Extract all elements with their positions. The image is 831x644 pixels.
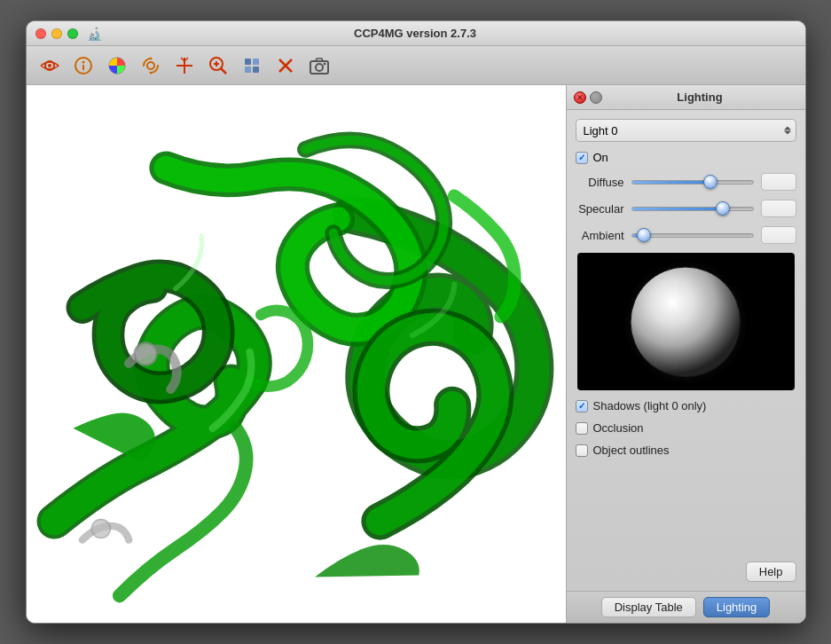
panel-collapse-button[interactable] [590, 91, 602, 104]
viewport[interactable] [27, 85, 566, 623]
specular-thumb[interactable] [716, 201, 730, 216]
occlusion-row: Occlusion [576, 421, 796, 435]
on-label: On [593, 151, 608, 164]
diffuse-thumb[interactable] [703, 175, 717, 189]
shadows-label: Shadows (light 0 only) [593, 399, 707, 412]
ambient-slider-track[interactable] [631, 233, 754, 238]
diffuse-value [761, 173, 796, 191]
outlines-label: Object outlines [593, 444, 670, 457]
help-button[interactable]: Help [746, 562, 796, 582]
on-row: On [576, 151, 796, 164]
sphere-preview [577, 253, 795, 390]
svg-rect-17 [253, 59, 259, 65]
info-tool-icon[interactable] [69, 51, 98, 80]
light-select[interactable]: Light 0 Light 1 Light 2 [576, 119, 796, 142]
svg-rect-16 [245, 59, 251, 65]
content-area: ✕ Lighting Light 0 Light 1 Light 2 [27, 85, 805, 623]
ambient-slider-row: Ambient [576, 226, 796, 244]
svg-point-5 [147, 62, 154, 69]
diffuse-slider-row: Diffuse [576, 173, 796, 191]
outlines-checkbox[interactable] [576, 444, 588, 457]
panel-header: ✕ Lighting [567, 85, 805, 110]
specular-label: Specular [576, 202, 624, 216]
toolbar [27, 46, 805, 85]
svg-point-1 [48, 64, 51, 67]
main-window: 🔬 CCP4MG version 2.7.3 [26, 20, 806, 624]
svg-point-28 [91, 520, 110, 538]
occlusion-label: Occlusion [593, 421, 644, 435]
panel-content: Light 0 Light 1 Light 2 On Dif [567, 110, 805, 591]
svg-point-23 [316, 64, 323, 71]
rotate-icon[interactable] [137, 51, 165, 80]
ambient-label: Ambient [576, 229, 624, 242]
diffuse-slider-track[interactable] [631, 180, 754, 185]
on-checkbox[interactable] [576, 152, 588, 164]
window-title: CCP4MG version 2.7.3 [35, 27, 796, 40]
camera-icon[interactable] [305, 51, 333, 80]
color-wheel-icon[interactable] [103, 51, 131, 80]
titlebar: 🔬 CCP4MG version 2.7.3 [27, 21, 805, 46]
specular-slider-track[interactable] [631, 207, 754, 211]
svg-line-13 [221, 68, 226, 74]
specular-value [761, 200, 796, 217]
svg-point-30 [631, 267, 741, 377]
lighting-tab[interactable]: Lighting [703, 597, 771, 617]
ambient-thumb[interactable] [637, 228, 651, 242]
specular-fill [632, 208, 723, 210]
panel-header-icons: ✕ [574, 91, 602, 104]
grid-icon[interactable] [238, 51, 266, 80]
marker-icon[interactable] [271, 51, 300, 80]
svg-rect-18 [245, 67, 251, 73]
svg-rect-19 [253, 67, 259, 73]
panel-title: Lighting [602, 90, 798, 104]
svg-point-3 [82, 60, 84, 63]
outlines-row: Object outlines [576, 444, 796, 457]
diffuse-fill [632, 181, 710, 184]
light-select-container: Light 0 Light 1 Light 2 [576, 119, 796, 142]
svg-point-27 [134, 342, 156, 365]
diffuse-label: Diffuse [576, 176, 624, 189]
shadows-checkbox[interactable] [576, 400, 588, 412]
shadows-row: Shadows (light 0 only) [576, 399, 796, 412]
panel-close-button[interactable]: ✕ [574, 91, 586, 104]
display-table-tab[interactable]: Display Table [601, 597, 696, 617]
occlusion-checkbox[interactable] [576, 422, 588, 435]
help-row: Help [576, 562, 796, 582]
crosshair-icon[interactable] [170, 51, 199, 80]
protein-canvas [27, 85, 566, 623]
zoom-icon[interactable] [204, 51, 232, 80]
eye-tool-icon[interactable] [35, 51, 64, 80]
lighting-panel: ✕ Lighting Light 0 Light 1 Light 2 [566, 85, 805, 623]
ambient-value [761, 226, 796, 244]
panel-footer: Display Table Lighting [567, 591, 805, 623]
specular-slider-row: Specular [576, 200, 796, 217]
svg-point-24 [323, 62, 325, 65]
